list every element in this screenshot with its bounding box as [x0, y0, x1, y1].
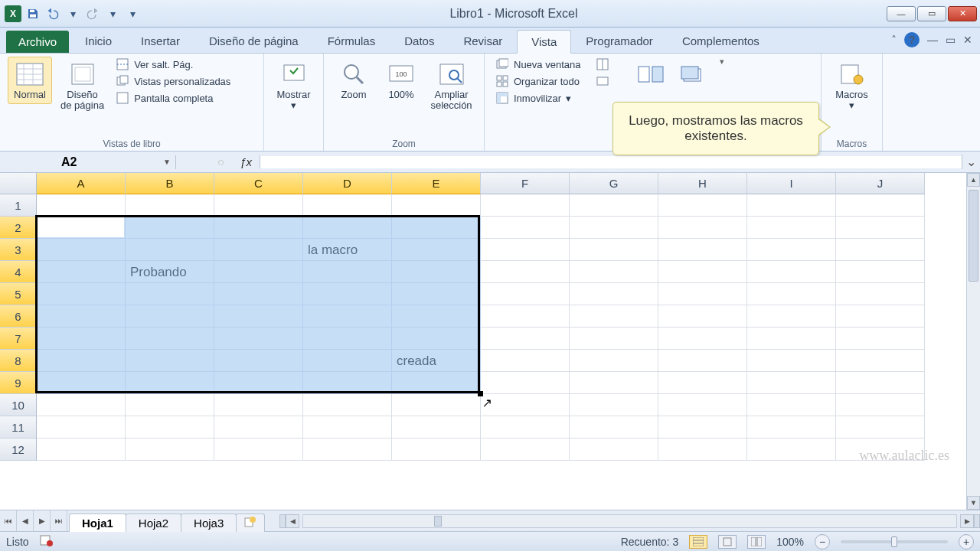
cell-B6[interactable]	[126, 305, 214, 328]
scroll-up-icon[interactable]: ▲	[967, 173, 980, 187]
page-break-status-button[interactable]	[747, 535, 766, 549]
name-box-input[interactable]	[61, 155, 122, 169]
cell-C4[interactable]	[214, 261, 303, 283]
spreadsheet-grid[interactable]: ABCDEFGHIJ 123456789101112 la macroProba…	[0, 173, 980, 510]
cell-G8[interactable]	[570, 350, 658, 372]
column-header-A[interactable]: A	[37, 173, 126, 194]
cell-C1[interactable]	[214, 194, 303, 217]
cell-J1[interactable]	[836, 194, 925, 217]
ribbon-tab-programador[interactable]: Programador	[571, 29, 668, 53]
cell-D9[interactable]	[303, 372, 392, 394]
split-button[interactable]	[593, 57, 612, 72]
cell-A5[interactable]	[37, 283, 126, 305]
cell-G1[interactable]	[570, 194, 658, 217]
cell-F6[interactable]	[481, 305, 570, 328]
row-header-12[interactable]: 12	[0, 439, 37, 461]
row-header-11[interactable]: 11	[0, 416, 37, 439]
cell-H10[interactable]	[658, 394, 747, 416]
name-box[interactable]: ▼	[0, 155, 176, 169]
cell-F7[interactable]	[481, 328, 570, 350]
cell-E8[interactable]: creada	[392, 350, 481, 372]
row-header-6[interactable]: 6	[0, 305, 37, 328]
cell-C12[interactable]	[214, 439, 303, 461]
row-header-10[interactable]: 10	[0, 394, 37, 416]
cell-A4[interactable]	[37, 261, 126, 283]
ribbon-tab-inicio[interactable]: Inicio	[70, 29, 126, 53]
zoom-to-selection-button[interactable]: Ampliar selección	[426, 57, 476, 116]
cell-I4[interactable]	[747, 261, 836, 283]
cell-H7[interactable]	[658, 328, 747, 350]
cell-C5[interactable]	[214, 283, 303, 305]
cell-D10[interactable]	[303, 394, 392, 416]
qat-more-icon[interactable]: ▾	[124, 5, 141, 22]
cell-E1[interactable]	[392, 194, 481, 217]
zoom-button[interactable]: Zoom	[332, 57, 376, 104]
ventana-dropdown-icon[interactable]: ▾	[720, 57, 724, 67]
cell-I11[interactable]	[747, 416, 836, 439]
ribbon-tab-vista[interactable]: Vista	[517, 30, 571, 54]
zoom-slider[interactable]	[841, 540, 948, 543]
zoom-in-button[interactable]: +	[959, 534, 974, 549]
cell-D8[interactable]	[303, 350, 392, 372]
cell-F1[interactable]	[481, 194, 570, 217]
cell-A8[interactable]	[37, 350, 126, 372]
cell-J6[interactable]	[836, 305, 925, 328]
cell-H3[interactable]	[658, 239, 747, 261]
cell-D12[interactable]	[303, 439, 392, 461]
minimize-button[interactable]: —	[887, 6, 916, 21]
cell-F4[interactable]	[481, 261, 570, 283]
cell-A12[interactable]	[37, 439, 126, 461]
cell-H12[interactable]	[658, 439, 747, 461]
hscroll-splitter[interactable]	[974, 514, 980, 528]
cell-F12[interactable]	[481, 439, 570, 461]
sheet-nav-last-icon[interactable]: ⏭	[51, 510, 67, 531]
expand-formula-bar-icon[interactable]: ⌄	[962, 155, 980, 169]
cell-E4[interactable]	[392, 261, 481, 283]
insert-function-icon[interactable]: ƒx	[240, 155, 252, 168]
cell-D3[interactable]: la macro	[303, 239, 392, 261]
page-layout-view-button[interactable]: Diseño de página	[55, 57, 109, 116]
window-minimize-icon[interactable]: —	[927, 34, 938, 46]
normal-view-status-button[interactable]	[689, 535, 707, 549]
side-by-side-button[interactable]	[631, 57, 671, 92]
cell-B8[interactable]	[126, 350, 214, 372]
cell-C8[interactable]	[214, 350, 303, 372]
file-tab[interactable]: Archivo	[6, 31, 69, 53]
cell-D2[interactable]	[303, 217, 392, 239]
mostrar-dropdown-button[interactable]: Mostrar▾	[272, 57, 316, 116]
scroll-right-icon[interactable]: ▶	[960, 514, 974, 528]
cell-G4[interactable]	[570, 261, 658, 283]
scroll-down-icon[interactable]: ▼	[967, 496, 980, 510]
cell-J5[interactable]	[836, 283, 925, 305]
sheet-tab-hoja3[interactable]: Hoja3	[181, 514, 237, 532]
cell-C3[interactable]	[214, 239, 303, 261]
cell-D11[interactable]	[303, 416, 392, 439]
save-icon[interactable]	[24, 5, 41, 22]
ribbon-tab-revisar[interactable]: Revisar	[449, 29, 517, 53]
horizontal-scroll-thumb[interactable]	[434, 516, 442, 527]
cell-C7[interactable]	[214, 328, 303, 350]
row-header-1[interactable]: 1	[0, 194, 37, 217]
cell-H2[interactable]	[658, 217, 747, 239]
row-header-2[interactable]: 2	[0, 217, 37, 239]
cell-E9[interactable]	[392, 372, 481, 394]
column-header-H[interactable]: H	[658, 173, 747, 194]
cell-A11[interactable]	[37, 416, 126, 439]
sheet-tab-hoja2[interactable]: Hoja2	[126, 514, 181, 532]
cell-G9[interactable]	[570, 372, 658, 394]
ribbon-tab-diseño-de-página[interactable]: Diseño de página	[194, 29, 313, 53]
cell-A7[interactable]	[37, 328, 126, 350]
cell-G12[interactable]	[570, 439, 658, 461]
cell-F3[interactable]	[481, 239, 570, 261]
close-button[interactable]: ✕	[948, 6, 977, 21]
cell-J3[interactable]	[836, 239, 925, 261]
cell-A3[interactable]	[37, 239, 126, 261]
cell-H8[interactable]	[658, 350, 747, 372]
cell-J9[interactable]	[836, 372, 925, 394]
cell-J7[interactable]	[836, 328, 925, 350]
row-header-3[interactable]: 3	[0, 239, 37, 261]
cell-A2[interactable]	[37, 217, 126, 239]
column-header-C[interactable]: C	[214, 173, 303, 194]
cell-B9[interactable]	[126, 372, 214, 394]
cell-F11[interactable]	[481, 416, 570, 439]
